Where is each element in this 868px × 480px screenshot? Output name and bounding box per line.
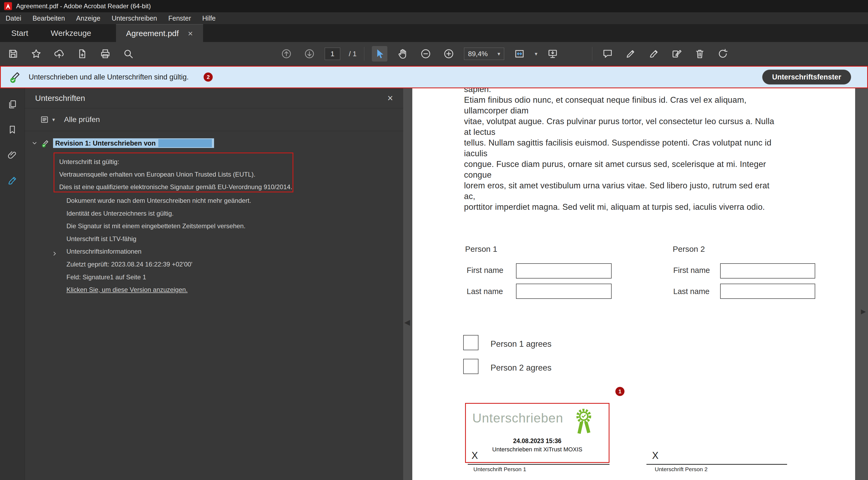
person2-agree-checkbox[interactable] [463, 359, 478, 374]
menu-anzeige[interactable]: Anzeige [70, 12, 106, 24]
chevron-down-icon: ▾ [52, 116, 55, 123]
validity-line: Dies ist eine qualifizierte elektronisch… [59, 181, 292, 193]
chevron-down-icon[interactable] [31, 140, 38, 147]
panel-collapse-handle[interactable]: ◀ [404, 318, 410, 327]
acrobat-window: Agreement.pdf - Adobe Acrobat Reader (64… [0, 0, 868, 480]
signature-info-toggle[interactable]: Unterschriftsinformationen [66, 245, 251, 258]
minus-circle-icon [420, 48, 431, 59]
menu-unterschreiben[interactable]: Unterschreiben [106, 12, 163, 24]
chevron-down-icon[interactable]: ▾ [535, 50, 537, 57]
signature-details: Dokument wurde nach dem Unterschreiben n… [66, 194, 251, 296]
pages-icon [7, 99, 18, 109]
arrow-down-circle-icon [304, 48, 315, 59]
delete-button[interactable] [692, 46, 708, 62]
signature-panel-button[interactable]: Unterschriftsfenster [762, 70, 851, 84]
favorite-button[interactable] [28, 46, 44, 62]
signature-stamp-annotation[interactable]: Unterschrieben 24.08.2023 15:36 Untersch… [465, 403, 610, 463]
menu-fenster[interactable]: Fenster [163, 12, 197, 24]
highlight-button[interactable] [623, 46, 639, 62]
print-button[interactable] [97, 46, 113, 62]
sign-button[interactable] [646, 46, 661, 62]
validate-all-row[interactable]: ▾ Alle prüfen [25, 108, 403, 131]
stamp-provider-text: Unterschrieben mit XiTrust MOXIS [466, 446, 609, 453]
person1-last-name-label: Last name [467, 287, 503, 296]
panel-title: Unterschriften [35, 94, 85, 103]
rotate-button[interactable] [715, 46, 731, 62]
zoom-level-dropdown[interactable]: 89,4% ▾ [464, 47, 504, 60]
toolbar-annotate-group [592, 42, 731, 66]
menu-bearbeiten[interactable]: Bearbeiten [27, 12, 70, 24]
menu-hilfe[interactable]: Hilfe [197, 12, 221, 24]
tab-start[interactable]: Start [0, 24, 39, 42]
cloud-upload-icon [54, 48, 65, 59]
attachments-button[interactable] [0, 142, 25, 168]
stamp-word: Unterschrieben [472, 411, 563, 425]
detail-item: Unterschrift ist LTV-fähig [66, 233, 251, 245]
pointer-cursor-icon [374, 48, 385, 59]
person1-heading: Person 1 [465, 245, 497, 254]
revision-highlight: Revision 1: Unterschrieben von [53, 138, 214, 148]
chevron-right-icon [52, 248, 58, 261]
signature1-label: Unterschrift Person 1 [473, 466, 526, 473]
fill-sign-button[interactable] [669, 46, 684, 62]
save-icon [7, 48, 19, 59]
scrollbar-track[interactable] [855, 88, 868, 480]
navigation-rail [0, 88, 25, 480]
comment-bubble-icon [602, 48, 613, 59]
view-version-link[interactable]: Klicken Sie, um diese Version anzuzeigen… [66, 283, 251, 296]
zoom-in-button[interactable] [441, 46, 457, 62]
menubar: Datei Bearbeiten Anzeige Unterschreiben … [0, 12, 868, 24]
signatures-panel-button[interactable] [0, 168, 25, 193]
detail-item: Dokument wurde nach dem Unterschreiben n… [66, 194, 251, 207]
person2-first-name-label: First name [673, 266, 710, 275]
save-button[interactable] [5, 46, 21, 62]
validity-line: Vertrauensquelle erhalten von European U… [59, 168, 292, 181]
detail-item: Identität des Unterzeichners ist gültig. [66, 207, 251, 220]
rotate-icon [717, 48, 728, 59]
menu-datei[interactable]: Datei [0, 12, 27, 24]
rosette-seal-icon [570, 408, 597, 438]
toolbar-separator [364, 47, 364, 61]
person1-first-name-input[interactable] [516, 263, 612, 278]
share-cloud-button[interactable] [52, 46, 67, 62]
zoom-out-button[interactable] [418, 46, 433, 62]
person1-agree-label: Person 1 agrees [491, 339, 551, 349]
panel-close-icon[interactable]: × [388, 93, 393, 103]
page-number-input[interactable]: 1 [325, 47, 340, 60]
notification-message: Unterschrieben und alle Unterschriften s… [29, 73, 189, 81]
page-total-label: / 1 [349, 50, 356, 58]
next-page-button[interactable] [302, 46, 317, 62]
trash-icon [694, 48, 705, 59]
select-tool-button[interactable] [372, 46, 388, 62]
find-button[interactable] [121, 46, 136, 62]
signature2-x-mark: X [652, 450, 658, 461]
person1-last-name-input[interactable] [516, 284, 612, 299]
tab-werkzeuge[interactable]: Werkzeuge [39, 24, 102, 42]
signature2-label: Unterschrift Person 2 [655, 466, 708, 473]
tab-document[interactable]: Agreement.pdf × [116, 24, 203, 42]
hand-tool-button[interactable] [395, 46, 410, 62]
page-thumbnails-button[interactable] [0, 92, 25, 117]
right-panel-expand-handle[interactable]: ▶ [861, 308, 866, 315]
person2-first-name-input[interactable] [720, 263, 815, 278]
page-display-button[interactable] [512, 46, 527, 62]
bookmarks-button[interactable] [0, 117, 25, 142]
signature1-line [468, 464, 610, 465]
person2-agree-label: Person 2 agrees [491, 363, 551, 373]
read-mode-button[interactable] [545, 46, 560, 62]
panel-header: Unterschriften × [25, 88, 403, 108]
toolbar-nav-group: 1 / 1 89,4% ▾ ▾ [279, 42, 560, 66]
tab-close-icon[interactable]: × [188, 29, 193, 38]
chevron-down-icon: ▾ [497, 50, 500, 57]
validity-line: Unterschrift ist gültig: [59, 156, 292, 168]
person1-first-name-label: First name [467, 266, 503, 275]
zoom-value: 89,4% [468, 50, 488, 58]
comment-button[interactable] [600, 46, 615, 62]
tabbar: Start Werkzeuge Agreement.pdf × [0, 24, 868, 42]
signature2-line [646, 464, 787, 465]
previous-page-button[interactable] [279, 46, 294, 62]
person1-agree-checkbox[interactable] [463, 335, 478, 350]
export-pdf-button[interactable] [74, 46, 90, 62]
person2-last-name-input[interactable] [720, 284, 815, 299]
search-icon [123, 48, 134, 59]
